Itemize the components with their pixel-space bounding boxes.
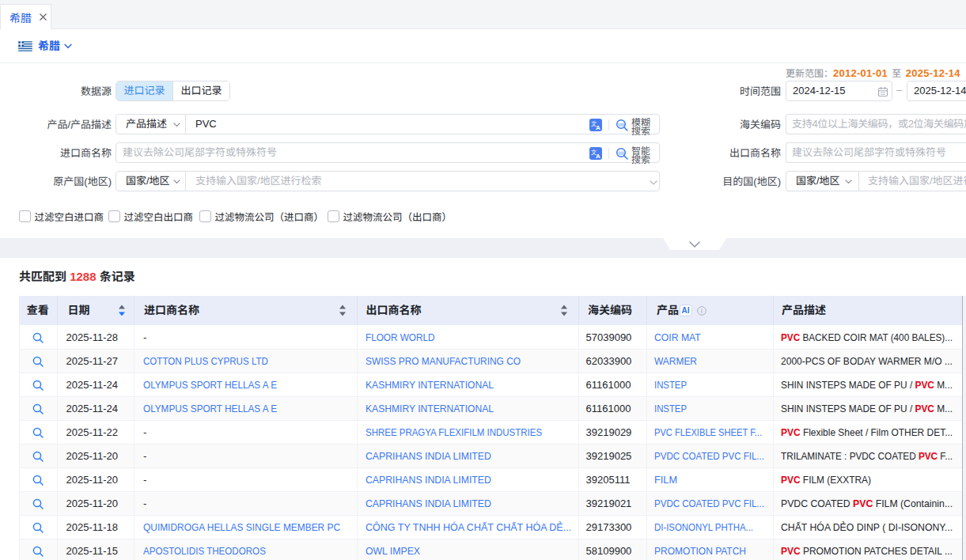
svg-text:AI: AI	[682, 306, 690, 315]
svg-text:A: A	[596, 153, 600, 160]
svg-text:A: A	[596, 124, 600, 131]
